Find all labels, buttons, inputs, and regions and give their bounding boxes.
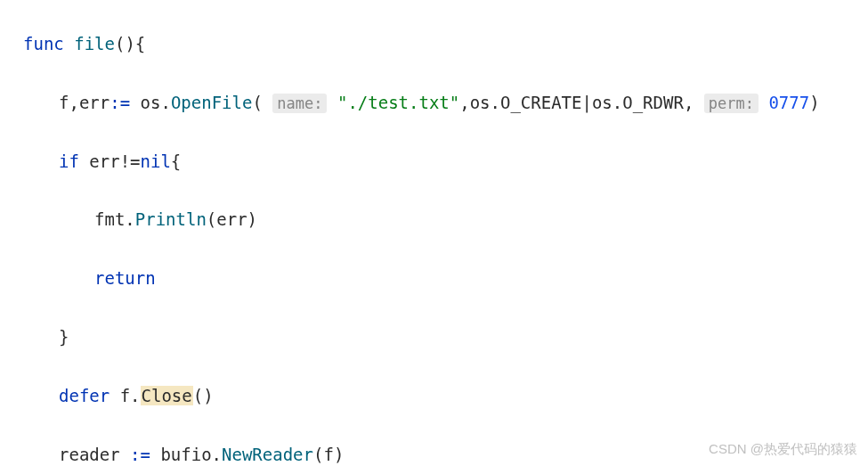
- method-highlighted: Close: [141, 386, 193, 405]
- syntax: (){: [115, 34, 145, 53]
- param-hint: name:: [272, 94, 327, 113]
- keyword-return: return: [94, 268, 156, 288]
- keyword-if: if: [59, 151, 79, 171]
- code-line[interactable]: return: [0, 264, 868, 293]
- code-line[interactable]: defer f.Close(): [0, 381, 868, 411]
- package: bufio.: [150, 445, 222, 464]
- keyword-nil: nil: [141, 151, 171, 171]
- args: (err): [207, 209, 257, 229]
- function-name: file: [74, 34, 115, 53]
- syntax: (): [193, 386, 214, 405]
- param-hint: perm:: [704, 94, 758, 113]
- variable: reader: [59, 445, 130, 464]
- code-editor[interactable]: func file(){ f,err:= os.OpenFile( name: …: [0, 0, 868, 466]
- condition: err!=: [79, 151, 141, 171]
- method-call: NewReader: [222, 445, 313, 464]
- syntax: {: [171, 151, 181, 171]
- package: os: [141, 93, 161, 112]
- keyword-func: func: [23, 34, 64, 53]
- operator: :=: [110, 93, 130, 112]
- number-literal: 0777: [768, 93, 809, 112]
- args: (f): [313, 445, 344, 464]
- variables: f,err: [59, 93, 110, 112]
- package: fmt: [94, 209, 125, 229]
- code-line[interactable]: f,err:= os.OpenFile( name: "./test.txt",…: [0, 88, 868, 118]
- syntax: ): [809, 93, 819, 112]
- syntax: }: [59, 327, 69, 347]
- watermark-text: CSDN @热爱代码的猿猿: [709, 437, 857, 461]
- method-call: OpenFile: [171, 93, 253, 112]
- string-literal: "./test.txt": [337, 93, 459, 112]
- code-line[interactable]: }: [0, 323, 868, 352]
- object: f.: [110, 386, 140, 405]
- keyword-defer: defer: [59, 386, 110, 405]
- code-line[interactable]: fmt.Println(err): [0, 205, 868, 234]
- code-line[interactable]: func file(){: [0, 29, 868, 59]
- constants: ,os.O_CREATE|os.O_RDWR,: [459, 93, 704, 112]
- code-line[interactable]: if err!=nil{: [0, 147, 868, 176]
- method-call: Println: [135, 209, 207, 229]
- operator: :=: [130, 445, 150, 464]
